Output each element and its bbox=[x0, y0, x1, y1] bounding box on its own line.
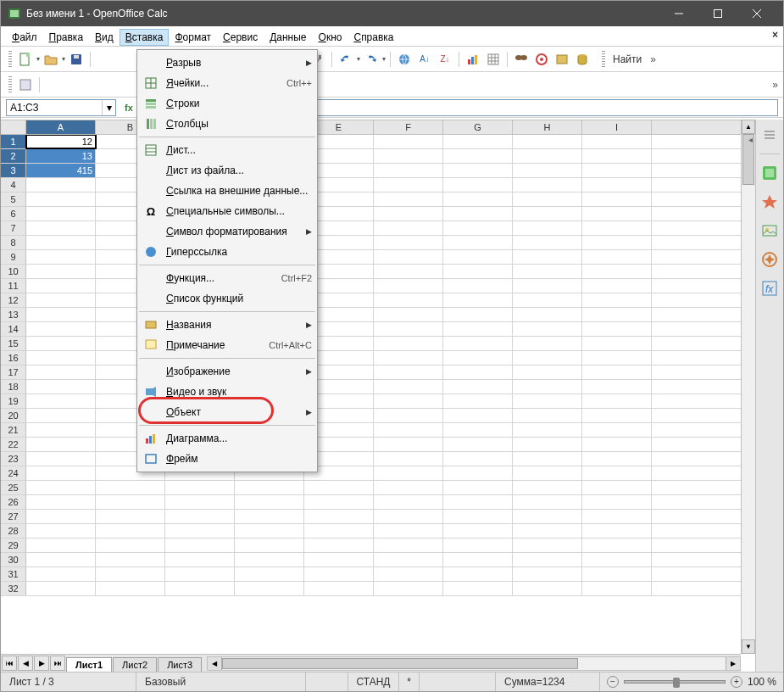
cell[interactable] bbox=[582, 193, 652, 206]
cell[interactable] bbox=[513, 466, 582, 480]
cell[interactable] bbox=[374, 207, 443, 220]
menu-item[interactable]: Список функций bbox=[137, 288, 317, 309]
cell[interactable] bbox=[582, 164, 652, 177]
cell[interactable] bbox=[582, 149, 652, 163]
sheet-tab[interactable]: Лист2 bbox=[113, 657, 157, 672]
cell[interactable] bbox=[582, 423, 652, 437]
cell[interactable] bbox=[513, 207, 582, 220]
cell[interactable] bbox=[443, 265, 513, 278]
show-grid-button[interactable] bbox=[484, 50, 503, 69]
cell[interactable] bbox=[26, 193, 96, 206]
cell[interactable] bbox=[443, 438, 513, 451]
cell[interactable] bbox=[582, 553, 652, 566]
cell[interactable] bbox=[443, 149, 513, 163]
cell[interactable] bbox=[26, 394, 96, 408]
cell[interactable] bbox=[374, 293, 443, 307]
cell[interactable] bbox=[443, 279, 513, 293]
cell[interactable] bbox=[374, 265, 443, 278]
cell[interactable] bbox=[26, 582, 96, 595]
row-header[interactable]: 24 bbox=[1, 466, 26, 480]
sidebar-styles-icon[interactable] bbox=[759, 192, 780, 212]
sidebar-settings-icon[interactable] bbox=[759, 125, 780, 145]
cell[interactable] bbox=[443, 510, 513, 523]
cell[interactable] bbox=[374, 308, 443, 321]
cell[interactable] bbox=[304, 510, 374, 523]
cell[interactable] bbox=[582, 380, 652, 393]
cell[interactable] bbox=[513, 193, 582, 206]
close-button[interactable] bbox=[737, 1, 776, 26]
cell[interactable] bbox=[582, 366, 652, 379]
menu-format[interactable]: Формат bbox=[169, 29, 217, 46]
row-header[interactable]: 12 bbox=[1, 293, 26, 307]
cell[interactable] bbox=[443, 164, 513, 177]
menu-item[interactable]: Гиперссылка bbox=[137, 242, 317, 262]
sidebar-collapse-handle[interactable]: ◂ bbox=[746, 135, 754, 144]
cell[interactable] bbox=[513, 293, 582, 307]
cell[interactable] bbox=[443, 207, 513, 220]
column-header[interactable]: F bbox=[374, 120, 443, 134]
cell[interactable] bbox=[513, 135, 582, 148]
cell[interactable] bbox=[513, 366, 582, 379]
row-header[interactable]: 28 bbox=[1, 524, 26, 538]
cell[interactable] bbox=[513, 438, 582, 451]
cell[interactable] bbox=[513, 481, 582, 494]
row-header[interactable]: 21 bbox=[1, 423, 26, 437]
cell[interactable] bbox=[513, 524, 582, 538]
cell[interactable] bbox=[582, 279, 652, 293]
cell[interactable] bbox=[513, 164, 582, 177]
cell[interactable] bbox=[165, 539, 235, 552]
row-header[interactable]: 29 bbox=[1, 539, 26, 552]
menu-item[interactable]: ΩСпециальные символы... bbox=[137, 201, 317, 221]
cell[interactable] bbox=[513, 567, 582, 581]
cell[interactable] bbox=[26, 423, 96, 437]
cell[interactable] bbox=[582, 539, 652, 552]
cell[interactable] bbox=[374, 438, 443, 451]
cell[interactable] bbox=[26, 178, 96, 192]
cell[interactable] bbox=[443, 236, 513, 249]
cell[interactable]: 12 bbox=[26, 135, 96, 148]
cell[interactable] bbox=[96, 553, 165, 566]
row-header[interactable]: 27 bbox=[1, 510, 26, 523]
cell[interactable] bbox=[26, 265, 96, 278]
cell[interactable] bbox=[513, 322, 582, 336]
cell[interactable] bbox=[513, 423, 582, 437]
cell[interactable] bbox=[513, 409, 582, 422]
cell[interactable] bbox=[374, 539, 443, 552]
cell[interactable] bbox=[513, 337, 582, 350]
cell[interactable] bbox=[374, 510, 443, 523]
row-header[interactable]: 13 bbox=[1, 308, 26, 321]
menu-tools[interactable]: Сервис bbox=[217, 29, 264, 46]
cell[interactable] bbox=[582, 250, 652, 264]
cell[interactable] bbox=[443, 524, 513, 538]
cell[interactable] bbox=[582, 322, 652, 336]
cell[interactable] bbox=[96, 510, 165, 523]
cell[interactable] bbox=[513, 394, 582, 408]
cell[interactable] bbox=[374, 481, 443, 494]
cell[interactable] bbox=[443, 351, 513, 365]
cell[interactable] bbox=[26, 380, 96, 393]
menu-item[interactable]: Столбцы bbox=[137, 114, 317, 134]
cell[interactable] bbox=[26, 539, 96, 552]
cell[interactable] bbox=[513, 221, 582, 235]
cell[interactable] bbox=[26, 495, 96, 509]
cell[interactable]: 13 bbox=[26, 149, 96, 163]
cell[interactable] bbox=[26, 236, 96, 249]
row-header[interactable]: 3 bbox=[1, 164, 26, 177]
column-header[interactable]: H bbox=[513, 120, 582, 134]
minimize-button[interactable] bbox=[659, 1, 698, 26]
cell[interactable] bbox=[26, 250, 96, 264]
cell[interactable] bbox=[443, 409, 513, 422]
zoom-slider[interactable] bbox=[624, 680, 726, 684]
save-button[interactable] bbox=[67, 50, 86, 69]
cell[interactable] bbox=[26, 452, 96, 466]
zoom-slider-thumb[interactable] bbox=[673, 678, 680, 688]
cell[interactable] bbox=[513, 539, 582, 552]
select-all-corner[interactable] bbox=[1, 120, 26, 134]
cell[interactable] bbox=[374, 164, 443, 177]
cell[interactable] bbox=[582, 265, 652, 278]
cell[interactable] bbox=[582, 207, 652, 220]
cell[interactable] bbox=[304, 495, 374, 509]
cell[interactable] bbox=[582, 308, 652, 321]
row-header[interactable]: 9 bbox=[1, 250, 26, 264]
cell[interactable] bbox=[443, 495, 513, 509]
